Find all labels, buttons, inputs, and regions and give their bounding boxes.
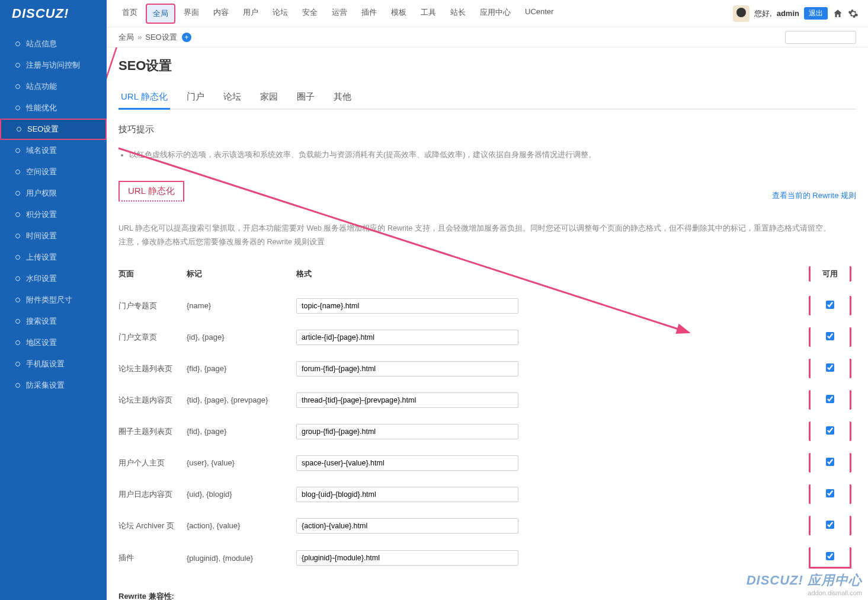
avail-checkbox[interactable] — [826, 426, 834, 435]
sidebar-item-label: 空间设置 — [26, 167, 57, 177]
sidebar-item-2[interactable]: 站点功能 — [0, 76, 107, 97]
cell-avail — [809, 447, 856, 478]
format-input[interactable] — [296, 424, 518, 439]
format-input[interactable] — [296, 550, 518, 566]
breadcrumb-global[interactable]: 全局 — [118, 32, 134, 43]
user-greeting: 您好, — [754, 8, 772, 19]
sidebar-item-0[interactable]: 站点信息 — [0, 33, 107, 55]
cell-tag: {name} — [187, 290, 296, 321]
circle-icon — [17, 127, 21, 132]
avail-checkbox[interactable] — [826, 301, 834, 309]
cell-page: 门户文章页 — [118, 321, 187, 353]
circle-icon — [15, 170, 20, 174]
search-input[interactable] — [785, 31, 856, 44]
topnav-item-3[interactable]: 内容 — [207, 4, 235, 24]
topnav-item-4[interactable]: 用户 — [237, 4, 264, 24]
topnav-item-5[interactable]: 论坛 — [267, 4, 294, 24]
sidebar-item-label: 附件类型尺寸 — [26, 295, 72, 305]
avail-checkbox[interactable] — [826, 363, 834, 372]
topnav-item-13[interactable]: UCenter — [519, 4, 559, 24]
rewrite-compat-label: Rewrite 兼容性: — [118, 591, 856, 600]
sidebar-item-12[interactable]: 附件类型尺寸 — [0, 289, 107, 311]
cell-avail — [809, 384, 856, 416]
logout-button[interactable]: 退出 — [804, 7, 828, 20]
cell-avail — [809, 478, 856, 510]
topnav-item-10[interactable]: 工具 — [415, 4, 442, 24]
gear-icon[interactable] — [848, 8, 859, 19]
sidebar-item-8[interactable]: 积分设置 — [0, 204, 107, 225]
cell-avail — [809, 510, 856, 541]
breadcrumb-seo[interactable]: SEO设置 — [145, 32, 177, 43]
topnav-item-8[interactable]: 插件 — [355, 4, 383, 24]
cell-page: 论坛主题列表页 — [118, 353, 187, 384]
tab-5[interactable]: 其他 — [331, 85, 354, 108]
format-input[interactable] — [296, 330, 518, 345]
cell-tag: {uid}, {blogid} — [187, 478, 296, 510]
topnav-item-7[interactable]: 运营 — [326, 4, 353, 24]
home-icon[interactable] — [832, 8, 843, 19]
circle-icon — [15, 362, 20, 366]
cell-page: 用户日志内容页 — [118, 478, 187, 510]
view-rewrite-link[interactable]: 查看当前的 Rewrite 规则 — [772, 190, 856, 201]
th-page: 页面 — [118, 260, 187, 290]
format-input[interactable] — [296, 361, 518, 376]
tabs: URL 静态化门户论坛家园圈子其他 — [118, 85, 856, 110]
circle-icon — [15, 42, 20, 46]
cell-page: 论坛 Archiver 页 — [118, 510, 187, 541]
sidebar-item-1[interactable]: 注册与访问控制 — [0, 55, 107, 76]
circle-icon — [15, 106, 20, 110]
sidebar-item-3[interactable]: 性能优化 — [0, 97, 107, 119]
format-input[interactable] — [296, 298, 518, 314]
avail-checkbox[interactable] — [826, 521, 834, 529]
tab-1[interactable]: 门户 — [184, 85, 207, 108]
topnav-item-0[interactable]: 首页 — [116, 4, 143, 24]
sidebar-menu: 站点信息注册与访问控制站点功能性能优化SEO设置域名设置空间设置用户权限积分设置… — [0, 27, 107, 396]
sidebar-item-15[interactable]: 手机版设置 — [0, 353, 107, 375]
sidebar-item-7[interactable]: 用户权限 — [0, 183, 107, 204]
add-icon[interactable]: + — [182, 33, 191, 42]
topnav-item-12[interactable]: 应用中心 — [474, 4, 517, 24]
topnav-item-11[interactable]: 站长 — [444, 4, 472, 24]
sidebar-item-label: 水印设置 — [26, 273, 57, 284]
tab-0[interactable]: URL 静态化 — [118, 85, 170, 108]
sidebar-item-9[interactable]: 时间设置 — [0, 225, 107, 247]
sidebar-item-4[interactable]: SEO设置 — [0, 119, 107, 140]
sidebar-item-13[interactable]: 搜索设置 — [0, 311, 107, 332]
topnav-item-9[interactable]: 模板 — [385, 4, 412, 24]
tab-4[interactable]: 圈子 — [294, 85, 317, 108]
format-input[interactable] — [296, 487, 518, 502]
sidebar-item-label: 性能优化 — [26, 103, 57, 113]
cell-format — [296, 321, 809, 353]
page-title: SEO设置 — [118, 57, 856, 75]
sidebar-item-6[interactable]: 空间设置 — [0, 161, 107, 183]
cell-format — [296, 290, 809, 321]
avail-checkbox[interactable] — [826, 458, 834, 466]
avail-checkbox[interactable] — [826, 552, 834, 560]
avail-checkbox[interactable] — [826, 395, 834, 403]
tab-3[interactable]: 家园 — [258, 85, 280, 108]
topnav-item-2[interactable]: 界面 — [178, 4, 205, 24]
tab-2[interactable]: 论坛 — [221, 85, 244, 108]
format-input[interactable] — [296, 392, 518, 408]
format-input[interactable] — [296, 518, 518, 534]
cell-format — [296, 447, 809, 478]
table-row: 插件{pluginid}, {module} — [118, 541, 856, 575]
avail-checkbox[interactable] — [826, 332, 834, 340]
th-format: 格式 — [296, 260, 809, 290]
avatar[interactable] — [733, 5, 750, 22]
topnav-item-6[interactable]: 安全 — [296, 4, 324, 24]
sidebar-item-14[interactable]: 地区设置 — [0, 332, 107, 353]
user-name: admin — [777, 9, 799, 18]
circle-icon — [15, 191, 20, 196]
sidebar-item-10[interactable]: 上传设置 — [0, 247, 107, 268]
section-description: URL 静态化可以提高搜索引擎抓取，开启本功能需要对 Web 服务器增加相应的 … — [118, 222, 856, 250]
sidebar-item-5[interactable]: 域名设置 — [0, 140, 107, 161]
cell-tag: {pluginid}, {module} — [187, 541, 296, 575]
topnav-item-1[interactable]: 全局 — [146, 4, 175, 24]
format-input[interactable] — [296, 455, 518, 471]
circle-icon — [15, 319, 20, 324]
sidebar-item-11[interactable]: 水印设置 — [0, 268, 107, 289]
circle-icon — [15, 255, 20, 260]
sidebar-item-16[interactable]: 防采集设置 — [0, 375, 107, 396]
avail-checkbox[interactable] — [826, 489, 834, 497]
